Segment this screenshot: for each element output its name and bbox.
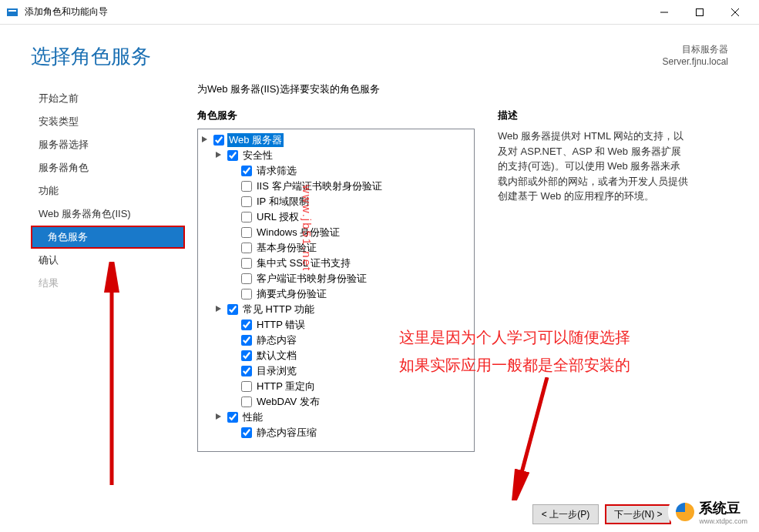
nav-confirm[interactable]: 确认 [31, 249, 185, 272]
brand-url: www.xtdpc.com [699, 517, 747, 525]
tree-node-label[interactable]: 静态内容压缩 [255, 426, 318, 440]
tree-node[interactable]: 性能 [200, 410, 472, 425]
tree-node-label[interactable]: WebDAV 发布 [255, 395, 321, 409]
next-button[interactable]: 下一步(N) > [605, 504, 671, 524]
description-panel: 描述 Web 服务器提供对 HTML 网站的支持，以及对 ASP.NET、ASP… [498, 109, 690, 452]
tree-checkbox[interactable] [241, 227, 252, 238]
tree-node-label[interactable]: HTTP 重定向 [255, 380, 317, 393]
titlebar: 添加角色和功能向导 [0, 0, 759, 25]
tree-node[interactable]: 目录浏览 [200, 363, 472, 379]
tree-node-label[interactable]: IIS 客户端证书映射身份验证 [255, 179, 384, 193]
nav-features[interactable]: 功能 [31, 179, 185, 202]
instruction-text: 为Web 服务器(IIS)选择要安装的角色服务 [197, 82, 731, 96]
nav-role-services[interactable]: 角色服务 [31, 226, 185, 249]
tree-checkbox[interactable] [241, 335, 252, 346]
nav-iis-role[interactable]: Web 服务器角色(IIS) [31, 202, 185, 226]
svg-rect-0 [7, 8, 18, 16]
tree-node[interactable]: HTTP 重定向 [200, 379, 472, 394]
prev-button[interactable]: < 上一步(P) [532, 504, 599, 524]
expander-icon[interactable] [213, 151, 224, 160]
tree-checkbox[interactable] [227, 304, 238, 315]
tree-node[interactable]: 安全性 [200, 148, 472, 163]
tree-node[interactable]: WebDAV 发布 [200, 394, 472, 410]
svg-rect-3 [697, 8, 704, 15]
tree-checkbox[interactable] [241, 350, 252, 361]
tree-node-label[interactable]: 请求筛选 [255, 164, 298, 178]
tree-node[interactable]: 静态内容压缩 [200, 425, 472, 440]
tree-checkbox[interactable] [241, 427, 252, 438]
tree-node-label[interactable]: Windows 身份验证 [255, 226, 341, 239]
svg-rect-1 [8, 10, 16, 12]
tree-node[interactable]: IIS 客户端证书映射身份验证 [200, 179, 472, 194]
tree-node-label[interactable]: 常见 HTTP 功能 [241, 303, 316, 316]
tree-checkbox[interactable] [241, 166, 252, 176]
tree-checkbox[interactable] [241, 273, 252, 284]
brand-name: 系统豆 [699, 500, 741, 516]
tree-checkbox[interactable] [213, 135, 224, 146]
tree-node[interactable]: 摘要式身份验证 [200, 286, 472, 302]
minimize-button[interactable] [646, 1, 682, 24]
tree-checkbox[interactable] [227, 150, 238, 161]
expander-icon[interactable] [200, 136, 210, 145]
expander-icon[interactable] [213, 413, 224, 422]
tree-node[interactable]: 常见 HTTP 功能 [200, 302, 472, 317]
nav-install-type[interactable]: 安装类型 [31, 110, 185, 133]
tree-node[interactable]: HTTP 错误 [200, 317, 472, 333]
tree-node[interactable]: Web 服务器 [200, 132, 472, 148]
tree-checkbox[interactable] [227, 412, 238, 423]
tree-checkbox[interactable] [241, 381, 252, 392]
tree-checkbox[interactable] [241, 289, 252, 299]
tree-checkbox[interactable] [241, 212, 252, 223]
tree-node[interactable]: URL 授权 [200, 209, 472, 225]
tree-node-label[interactable]: HTTP 错误 [255, 318, 307, 332]
tree-node-label[interactable]: 目录浏览 [255, 364, 298, 378]
nav-server-select[interactable]: 服务器选择 [31, 133, 185, 156]
brand-logo: 系统豆 www.xtdpc.com [668, 496, 755, 528]
tree-node[interactable]: 静态内容 [200, 333, 472, 348]
nav-sidebar: 开始之前 安装类型 服务器选择 服务器角色 功能 Web 服务器角色(IIS) … [31, 82, 185, 467]
nav-results: 结果 [31, 272, 185, 295]
tree-node-label[interactable]: Web 服务器 [227, 133, 284, 147]
tree-node[interactable]: 请求筛选 [200, 163, 472, 179]
role-services-label: 角色服务 [197, 109, 475, 122]
tree-checkbox[interactable] [241, 320, 252, 330]
nav-before-begin[interactable]: 开始之前 [31, 87, 185, 110]
tree-node-label[interactable]: 默认文档 [255, 349, 298, 363]
nav-server-roles[interactable]: 服务器角色 [31, 156, 185, 179]
tree-node-label[interactable]: 集中式 SSL 证书支持 [255, 256, 352, 270]
tree-checkbox[interactable] [241, 181, 252, 192]
app-icon [6, 6, 18, 18]
target-label: 目标服务器 [663, 43, 728, 56]
tree-node-label[interactable]: IP 和域限制 [255, 195, 311, 209]
window-title: 添加角色和功能向导 [25, 5, 646, 18]
tree-node-label[interactable]: 摘要式身份验证 [255, 287, 328, 301]
tree-node[interactable]: 基本身份验证 [200, 240, 472, 256]
tree-node-label[interactable]: 基本身份验证 [255, 241, 318, 255]
tree-checkbox[interactable] [241, 396, 252, 407]
role-services-panel: 角色服务 Web 服务器安全性请求筛选IIS 客户端证书映射身份验证IP 和域限… [197, 109, 475, 452]
maximize-button[interactable] [682, 1, 717, 24]
header: 选择角色服务 目标服务器 Server.fjnu.local [0, 25, 759, 82]
page-title: 选择角色服务 [31, 43, 151, 70]
tree-node-label[interactable]: 安全性 [241, 149, 274, 162]
tree-node[interactable]: 集中式 SSL 证书支持 [200, 256, 472, 271]
tree-checkbox[interactable] [241, 243, 252, 253]
description-text: Web 服务器提供对 HTML 网站的支持，以及对 ASP.NET、ASP 和 … [498, 129, 690, 204]
tree-node-label[interactable]: 静态内容 [255, 333, 298, 347]
target-server: Server.fjnu.local [663, 56, 728, 67]
tree-node-label[interactable]: URL 授权 [255, 210, 301, 224]
tree-checkbox[interactable] [241, 366, 252, 376]
role-services-tree[interactable]: Web 服务器安全性请求筛选IIS 客户端证书映射身份验证IP 和域限制URL … [197, 129, 475, 452]
tree-node-label[interactable]: 性能 [241, 410, 264, 424]
close-button[interactable] [717, 1, 753, 24]
tree-checkbox[interactable] [241, 258, 252, 269]
tree-checkbox[interactable] [241, 196, 252, 207]
tree-node[interactable]: Windows 身份验证 [200, 225, 472, 240]
expander-icon[interactable] [213, 305, 224, 314]
tree-node[interactable]: 客户端证书映射身份验证 [200, 271, 472, 286]
tree-node[interactable]: IP 和域限制 [200, 194, 472, 209]
window-controls [646, 1, 753, 24]
target-server-info: 目标服务器 Server.fjnu.local [663, 43, 728, 67]
tree-node[interactable]: 默认文档 [200, 348, 472, 363]
tree-node-label[interactable]: 客户端证书映射身份验证 [255, 272, 368, 286]
